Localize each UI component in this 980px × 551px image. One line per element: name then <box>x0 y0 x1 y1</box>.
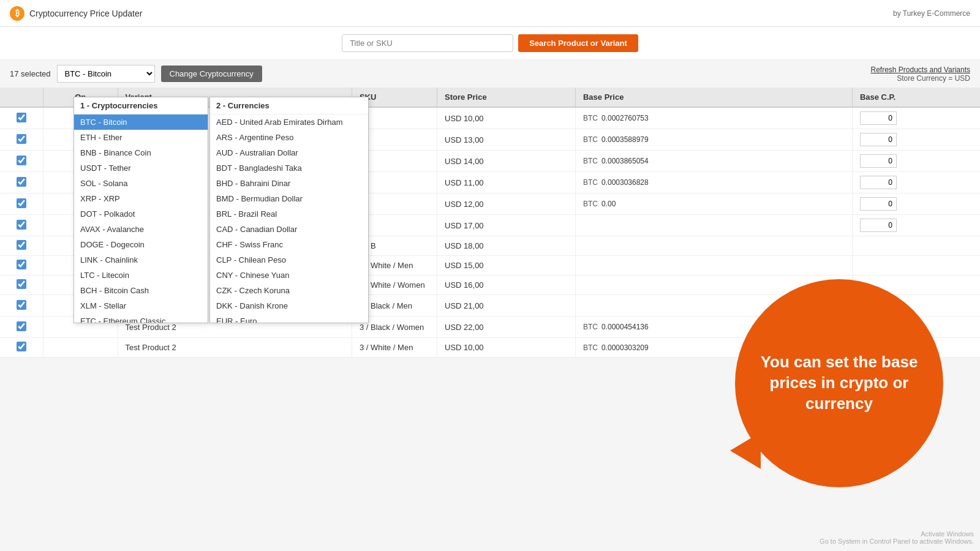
row-base-cp[interactable] <box>852 151 980 172</box>
row-store-price: USD 10,00 <box>437 107 576 129</box>
row-store-price: USD 17,00 <box>437 215 576 236</box>
refresh-link[interactable]: Refresh Products and Variants <box>870 66 970 74</box>
currency-item[interactable]: ARS - Argentine Peso <box>210 130 368 145</box>
crypto-item-xrp[interactable]: XRP - XRP <box>74 191 208 206</box>
row-store-price: USD 13,00 <box>437 129 576 151</box>
row-base-price: BTC0.0003588979 <box>575 129 852 151</box>
change-cryptocurrency-button[interactable]: Change Cryptocurrency <box>161 66 262 82</box>
row-checkbox[interactable] <box>17 321 26 331</box>
crypto-item-sol[interactable]: SOL - Solana <box>74 176 208 191</box>
base-price-value: 0.0002760753 <box>601 114 649 122</box>
crypto-item-etc[interactable]: ETC - Ethereum Classic <box>74 313 208 323</box>
row-checkbox[interactable] <box>17 113 26 122</box>
row-checkbox[interactable] <box>17 220 26 230</box>
row-base-price: BTC0.0003865054 <box>575 151 852 172</box>
currency-item[interactable]: AUD - Australian Dollar <box>210 145 368 160</box>
base-cp-input[interactable] <box>860 154 897 168</box>
app-title: Cryptocurrency Price Updater <box>29 9 142 18</box>
callout-text: You can set the base prices in crypto or… <box>735 340 943 426</box>
base-currency-label: BTC <box>583 343 598 352</box>
selected-count: 17 selected <box>10 69 51 78</box>
base-price-value: 0.0003588979 <box>601 135 649 144</box>
row-base-cp[interactable] <box>852 107 980 129</box>
crypto-item-avax[interactable]: AVAX - Avalanche <box>74 222 208 237</box>
crypto-item-eth[interactable]: ETH - Ether <box>74 130 208 145</box>
base-price-value: 0.0000303209 <box>601 343 649 352</box>
base-cp-input[interactable] <box>860 219 897 232</box>
row-checkbox[interactable] <box>17 177 26 187</box>
currency-item[interactable]: BRL - Brazil Real <box>210 206 368 222</box>
row-base-cp[interactable] <box>852 256 980 276</box>
row-base-cp[interactable] <box>852 215 980 236</box>
crypto-item-doge[interactable]: DOGE - Dogecoin <box>74 237 208 252</box>
row-variant: Test Product 2 <box>118 338 352 358</box>
col-header-check <box>0 88 43 107</box>
crypto-item-bnb[interactable]: BNB - Binance Coin <box>74 145 208 160</box>
header-attribution: by Turkey E-Commerce <box>893 9 970 18</box>
row-base-cp[interactable] <box>852 193 980 215</box>
row-checkbox[interactable] <box>17 342 26 351</box>
crypto-item-ltc[interactable]: LTC - Litecoin <box>74 268 208 283</box>
crypto-item-dot[interactable]: DOT - Polkadot <box>74 206 208 222</box>
base-cp-input[interactable] <box>860 111 897 125</box>
base-currency-label: BTC <box>583 157 598 165</box>
currency-item[interactable]: BDT - Bangladeshi Taka <box>210 160 368 176</box>
row-base-cp[interactable] <box>852 129 980 151</box>
currency-item[interactable]: CHF - Swiss Franc <box>210 237 368 252</box>
header-left: ₿ Cryptocurrency Price Updater <box>10 6 142 21</box>
dropdown-container: 1 - Cryptocurrencies BTC - BitcoinETH - … <box>74 97 369 323</box>
currency-item[interactable]: AED - United Arab Emirates Dirham <box>210 114 368 130</box>
crypto-item-link[interactable]: LINK - Chainlink <box>74 252 208 268</box>
crypto-item-btc[interactable]: BTC - Bitcoin <box>74 114 208 130</box>
row-store-price: USD 21,00 <box>437 295 576 317</box>
col-header-base-price: Base Price <box>575 88 852 107</box>
row-base-cp[interactable] <box>852 172 980 193</box>
crypto-select[interactable]: BTC - Bitcoin <box>57 65 155 83</box>
currency-item[interactable]: CLP - Chilean Peso <box>210 252 368 268</box>
search-input[interactable] <box>342 34 513 52</box>
store-currency: Store Currency = USD <box>870 74 970 83</box>
base-currency-label: BTC <box>583 135 598 144</box>
row-base-price: BTC0.0003036828 <box>575 172 852 193</box>
crypto-item-bch[interactable]: BCH - Bitcoin Cash <box>74 283 208 298</box>
row-base-price <box>575 256 852 276</box>
row-checkbox[interactable] <box>17 240 26 250</box>
base-currency-label: BTC <box>583 200 598 208</box>
currency-item[interactable]: BHD - Bahraini Dinar <box>210 176 368 191</box>
currency-item[interactable]: EUR - Euro <box>210 313 368 323</box>
crypto-dropdown-scroll[interactable]: BTC - BitcoinETH - EtherBNB - Binance Co… <box>74 114 208 323</box>
crypto-item-usdt[interactable]: USDT - Tether <box>74 160 208 176</box>
col-header-base-cp: Base C.P. <box>852 88 980 107</box>
currency-item[interactable]: CZK - Czech Koruna <box>210 283 368 298</box>
search-bar: Search Product or Variant <box>0 27 980 60</box>
app-logo-icon: ₿ <box>10 6 24 21</box>
base-cp-input[interactable] <box>860 133 897 146</box>
base-cp-input[interactable] <box>860 176 897 189</box>
currency-item[interactable]: CAD - Canadian Dollar <box>210 222 368 237</box>
base-price-value: 0.0000454136 <box>601 323 649 331</box>
row-base-cp[interactable] <box>852 236 980 256</box>
row-store-price: USD 22,00 <box>437 317 576 338</box>
row-checkbox[interactable] <box>17 279 26 289</box>
row-checkbox[interactable] <box>17 134 26 144</box>
search-button[interactable]: Search Product or Variant <box>518 34 638 52</box>
currency-item[interactable]: CNY - Chinese Yuan <box>210 268 368 283</box>
currency-item[interactable]: DKK - Danish Krone <box>210 298 368 313</box>
crypto-item-xlm[interactable]: XLM - Stellar <box>74 298 208 313</box>
base-cp-input[interactable] <box>860 197 897 211</box>
currency-section-header: 2 - Currencies <box>210 97 368 114</box>
row-checkbox[interactable] <box>17 156 26 165</box>
row-base-price <box>575 215 852 236</box>
page-wrapper: ₿ Cryptocurrency Price Updater by Turkey… <box>0 0 980 524</box>
toolbar: 17 selected BTC - Bitcoin Change Cryptoc… <box>0 60 980 88</box>
row-base-price: BTC0.00 <box>575 193 852 215</box>
row-checkbox[interactable] <box>17 260 26 269</box>
currency-dropdown[interactable]: 2 - Currencies AED - United Arab Emirate… <box>209 97 369 323</box>
row-checkbox[interactable] <box>17 198 26 208</box>
currency-dropdown-scroll[interactable]: AED - United Arab Emirates DirhamARS - A… <box>210 114 368 323</box>
row-checkbox[interactable] <box>17 300 26 310</box>
currency-item[interactable]: BMD - Bermudian Dollar <box>210 191 368 206</box>
crypto-dropdown[interactable]: 1 - Cryptocurrencies BTC - BitcoinETH - … <box>74 97 208 323</box>
row-base-price: BTC0.0002760753 <box>575 107 852 129</box>
row-store-price: USD 11,00 <box>437 172 576 193</box>
